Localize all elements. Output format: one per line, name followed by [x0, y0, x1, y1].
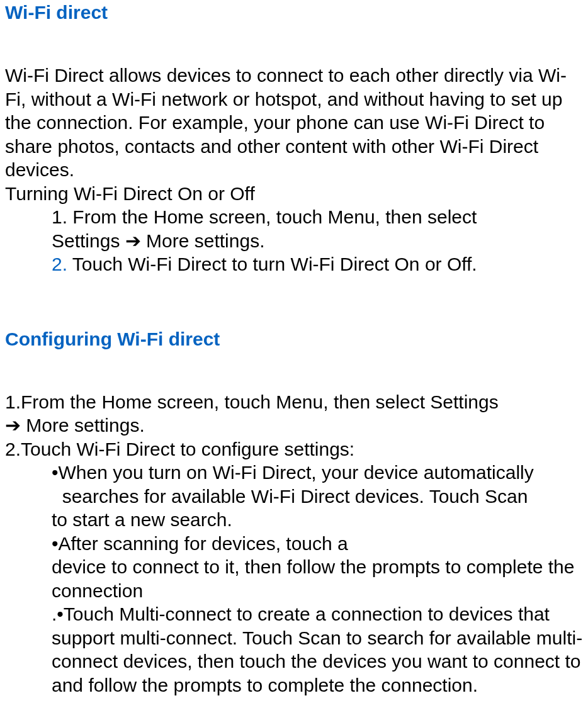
- step-2-number: 2.: [52, 254, 67, 274]
- step-1-line-a: 1. From the Home screen, touch Menu, the…: [5, 205, 583, 229]
- section-configuring: Configuring Wi-Fi direct 1.From the Home…: [5, 327, 583, 697]
- config-bullet1-b: searches for available Wi-Fi Direct devi…: [5, 485, 583, 509]
- config-bullet2-a: •After scanning for devices, touch a: [5, 532, 583, 556]
- config-bullet1-a: •When you turn on Wi-Fi Direct, your dev…: [5, 461, 583, 485]
- step-1-line-b: Settings ➔ More settings.: [5, 229, 583, 253]
- step-2: 2. Touch Wi-Fi Direct to turn Wi-Fi Dire…: [5, 252, 583, 276]
- config-bullet2-b: device to connect to it, then follow the…: [5, 555, 583, 602]
- config-step1-b: ➔ More settings.: [5, 413, 583, 437]
- section-wifi-direct: Wi-Fi direct Wi-Fi Direct allows devices…: [5, 0, 583, 276]
- heading-wifi-direct: Wi-Fi direct: [5, 0, 583, 25]
- config-step1-a: 1.From the Home screen, touch Menu, then…: [5, 390, 583, 414]
- config-step2: 2.Touch Wi-Fi Direct to configure settin…: [5, 437, 583, 461]
- config-bullet1-c: to start a new search.: [5, 508, 583, 532]
- config-bullet3: .•Touch Multi-connect to create a connec…: [5, 602, 583, 697]
- heading-configuring: Configuring Wi-Fi direct: [5, 327, 583, 351]
- step-2-text: Touch Wi-Fi Direct to turn Wi-Fi Direct …: [67, 254, 477, 274]
- wifi-direct-subhead: Turning Wi-Fi Direct On or Off: [5, 182, 583, 206]
- wifi-direct-intro: Wi-Fi Direct allows devices to connect t…: [5, 64, 583, 182]
